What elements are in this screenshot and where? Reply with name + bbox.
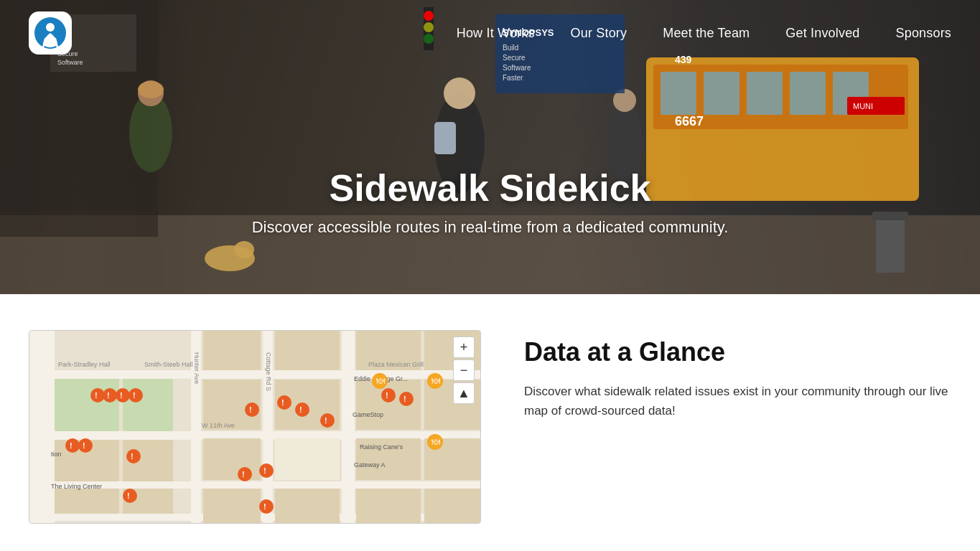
svg-rect-11 (704, 72, 739, 115)
svg-text:🍽: 🍽 (376, 376, 385, 386)
logo-icon[interactable] (29, 11, 72, 55)
svg-text:!: ! (83, 441, 85, 450)
nav-link-sponsors[interactable]: Sponsors (896, 26, 951, 40)
nav-links: How It Works Our Story Meet the Team Get… (457, 26, 951, 41)
hero-text: Sidewalk Sidekick Discover accessible ro… (0, 166, 980, 237)
svg-text:!: ! (386, 391, 388, 400)
svg-text:!: ! (403, 395, 406, 403)
hero-subtitle: Discover accessible routes in real-time … (0, 218, 980, 237)
svg-point-108 (78, 438, 93, 453)
data-glance-body: Discover what sidewalk related issues ex… (524, 382, 951, 420)
svg-point-100 (320, 413, 335, 428)
zoom-out-button[interactable]: − (453, 359, 475, 381)
data-glance-section: Data at a Glance Discover what sidewalk … (524, 330, 951, 420)
map-reset-button[interactable]: ▲ (453, 382, 475, 404)
svg-point-106 (65, 438, 80, 453)
svg-point-23 (138, 81, 164, 98)
svg-text:!: ! (299, 405, 302, 414)
svg-point-88 (103, 388, 117, 402)
svg-rect-58 (203, 331, 261, 370)
svg-text:!: ! (127, 491, 130, 500)
svg-rect-57 (342, 331, 355, 524)
svg-text:!: ! (70, 441, 73, 450)
svg-rect-61 (203, 489, 261, 524)
svg-rect-62 (275, 331, 340, 370)
svg-point-90 (116, 388, 130, 402)
svg-text:Gateway A: Gateway A (354, 461, 386, 468)
svg-rect-45 (123, 377, 173, 431)
svg-text:6667: 6667 (675, 114, 704, 128)
svg-text:🍽: 🍽 (431, 437, 440, 447)
svg-text:!: ! (281, 398, 284, 407)
svg-text:!: ! (120, 391, 123, 400)
svg-rect-13 (790, 72, 826, 115)
svg-rect-54 (29, 331, 55, 524)
nav-link-get-involved[interactable]: Get Involved (785, 26, 859, 40)
content-section: Park-Stradley Hall Smith-Steeb Hall Plaz… (0, 294, 980, 551)
svg-point-92 (129, 388, 143, 402)
svg-point-104 (399, 392, 414, 406)
svg-text:Plaza Mexican Grill: Plaza Mexican Grill (368, 361, 424, 368)
svg-point-116 (123, 489, 137, 503)
svg-point-110 (126, 449, 141, 463)
svg-rect-50 (29, 370, 481, 379)
svg-text:tion: tion (51, 451, 62, 458)
logo-svg (34, 17, 66, 49)
svg-point-114 (259, 463, 274, 478)
svg-text:W 11th Ave: W 11th Ave (202, 422, 235, 429)
data-glance-heading: Data at a Glance (524, 337, 951, 367)
svg-text:GameStop: GameStop (353, 411, 383, 418)
svg-text:Raising Cane's: Raising Cane's (360, 443, 403, 451)
svg-text:The Living Center: The Living Center (51, 483, 102, 490)
svg-rect-67 (356, 380, 421, 430)
zoom-in-button[interactable]: + (453, 336, 475, 358)
svg-text:Cottage Rd S: Cottage Rd S (265, 352, 272, 391)
svg-text:!: ! (242, 470, 245, 479)
svg-point-102 (381, 388, 396, 402)
nav-link-meet-the-team[interactable]: Meet the Team (663, 26, 750, 40)
svg-text:!: ! (133, 391, 136, 400)
svg-text:Smith-Steeb Hall: Smith-Steeb Hall (144, 361, 193, 368)
svg-text:MUNI: MUNI (853, 102, 873, 110)
svg-text:Faster: Faster (503, 74, 523, 82)
svg-rect-12 (747, 72, 783, 115)
svg-rect-64 (275, 438, 340, 480)
svg-text:🍽: 🍽 (431, 376, 440, 386)
svg-rect-69 (356, 489, 421, 524)
svg-text:Park-Stradley Hall: Park-Stradley Hall (58, 361, 111, 368)
nav-item-sponsors[interactable]: Sponsors (896, 26, 951, 41)
svg-text:!: ! (131, 452, 134, 461)
navbar: How It Works Our Story Meet the Team Get… (0, 0, 980, 66)
svg-rect-10 (661, 72, 696, 115)
map-container: Park-Stradley Hall Smith-Steeb Hall Plaz… (29, 330, 481, 524)
svg-point-96 (277, 395, 291, 410)
hero-section: Syn Build Secure Software 439 6667 MUNI (0, 0, 980, 294)
svg-rect-65 (275, 489, 340, 524)
svg-text:!: ! (95, 391, 98, 400)
nav-item-our-story[interactable]: Our Story (571, 26, 627, 41)
svg-rect-73 (424, 489, 481, 524)
svg-point-112 (238, 467, 252, 481)
svg-rect-28 (434, 122, 456, 154)
nav-item-meet-the-team[interactable]: Meet the Team (663, 26, 750, 41)
nav-link-how-it-works[interactable]: How It Works (457, 26, 535, 40)
svg-point-25 (234, 241, 254, 258)
svg-point-42 (46, 23, 55, 32)
map-controls: + − ▲ (453, 336, 475, 404)
svg-text:Hunter Ave: Hunter Ave (193, 352, 200, 384)
hero-title: Sidewalk Sidekick (0, 166, 980, 209)
svg-point-94 (245, 402, 259, 417)
svg-rect-44 (55, 377, 119, 431)
svg-point-98 (295, 402, 309, 417)
svg-text:!: ! (325, 416, 327, 425)
svg-text:!: ! (107, 391, 110, 400)
svg-text:!: ! (263, 466, 266, 475)
svg-point-118 (259, 499, 274, 514)
map-svg: Park-Stradley Hall Smith-Steeb Hall Plaz… (29, 331, 481, 524)
svg-text:!: ! (249, 405, 252, 414)
svg-rect-60 (203, 438, 261, 480)
nav-item-get-involved[interactable]: Get Involved (785, 26, 859, 41)
logo-wrap[interactable] (29, 11, 72, 55)
nav-item-how-it-works[interactable]: How It Works (457, 26, 535, 41)
nav-link-our-story[interactable]: Our Story (571, 26, 627, 40)
